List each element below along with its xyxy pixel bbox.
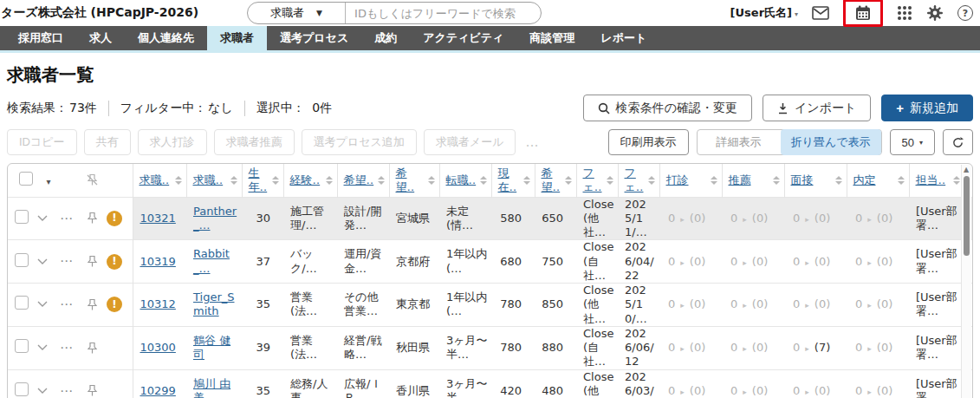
add-new-button[interactable]: + 新規追加 xyxy=(881,95,973,121)
unpin-icon[interactable] xyxy=(86,173,107,186)
col-header-change-timing[interactable]: 転職‥ xyxy=(439,164,491,197)
page-size-dropdown[interactable]: 50 ▾ xyxy=(890,129,935,155)
candidate-recommend-button[interactable]: 求職者推薦 xyxy=(214,129,295,155)
cell-age: 35 xyxy=(242,284,283,327)
col-header-desired-income[interactable]: 希望‥ xyxy=(535,164,576,197)
row-checkbox[interactable] xyxy=(15,296,29,310)
row-more-icon[interactable]: ⋯ xyxy=(60,211,74,226)
expand-chevron-icon[interactable] xyxy=(37,258,60,265)
nav-tab-report[interactable]: レポート xyxy=(587,26,659,50)
candidate-name-link[interactable]: Tiger_Smith xyxy=(193,290,235,317)
row-more-icon[interactable]: ⋯ xyxy=(60,340,74,356)
cell-naitei-count: 0▸(0) xyxy=(847,284,909,327)
cell-prefecture: 東京都 xyxy=(389,284,439,327)
nav-tab-seiyaku[interactable]: 成約 xyxy=(361,26,410,50)
col-header-phase[interactable]: フェ‥ xyxy=(576,164,618,197)
expand-chevron-icon[interactable] xyxy=(37,344,60,351)
scrollbar-thumb[interactable] xyxy=(964,176,970,256)
row-checkbox[interactable] xyxy=(15,382,29,396)
id-copy-button[interactable]: IDコピー xyxy=(7,129,77,155)
row-checkbox[interactable] xyxy=(15,339,29,353)
candidate-name-link[interactable]: 鶴谷 健司 xyxy=(193,334,230,361)
more-actions-icon[interactable]: … xyxy=(522,134,542,150)
help-icon[interactable]: ? xyxy=(957,5,973,21)
page-title: 求職者一覧 xyxy=(7,63,973,87)
pin-icon[interactable] xyxy=(86,384,107,397)
add-selection-process-button[interactable]: 選考プロセス追加 xyxy=(302,129,417,155)
nav-tab-kyushokusha[interactable]: 求職者 xyxy=(207,26,267,50)
pin-icon[interactable] xyxy=(86,212,107,225)
col-header-wish1[interactable]: 希望‥ xyxy=(337,164,389,197)
apps-grid-icon[interactable] xyxy=(897,5,912,21)
search-condition-button[interactable]: 検索条件の確認・変更 xyxy=(583,95,752,121)
candidate-name-link[interactable]: Panther_… xyxy=(193,205,237,232)
col-header-current-income[interactable]: 現在‥ xyxy=(491,164,535,197)
nav-tab-senko-process[interactable]: 選考プロセス xyxy=(267,26,361,50)
print-view-button[interactable]: 印刷用表示 xyxy=(608,129,689,155)
nav-tab-activity[interactable]: アクティビティ xyxy=(410,26,516,50)
search-scope-dropdown[interactable]: 求職者 ▼ xyxy=(248,5,345,21)
col-header-candidate-name[interactable]: 求職‥ xyxy=(186,164,242,197)
candidate-id-link[interactable]: 10300 xyxy=(140,341,176,354)
cell-suisen-count: 0▸(0) xyxy=(722,197,784,240)
vertical-scrollbar[interactable]: ▲ ▼ xyxy=(961,165,971,398)
row-checkbox[interactable] xyxy=(15,253,29,267)
candidate-name-link[interactable]: 鳩川 由美 xyxy=(193,377,230,398)
nav-tab-kojin-renrakusaki[interactable]: 個人連絡先 xyxy=(125,26,207,50)
row-more-icon[interactable]: ⋯ xyxy=(60,297,74,312)
row-more-icon[interactable]: ⋯ xyxy=(60,383,74,398)
cell-wish1: 運用/資金… xyxy=(337,240,389,284)
warning-icon: ! xyxy=(107,297,122,312)
import-button[interactable]: インポート xyxy=(763,95,871,121)
cell-desired-income: 850 xyxy=(535,284,576,327)
share-button[interactable]: 共有 xyxy=(84,129,131,155)
refresh-button[interactable] xyxy=(943,129,973,155)
nav-tab-saiyo-madoguchi[interactable]: 採用窓口 xyxy=(5,26,76,50)
pin-icon[interactable] xyxy=(86,342,107,355)
candidate-id-link[interactable]: 10321 xyxy=(140,212,176,225)
col-header-phase-date[interactable]: フェ‥ xyxy=(618,164,659,197)
cell-age: 35 xyxy=(242,369,283,398)
col-header-wish2[interactable]: 希望‥ xyxy=(389,164,439,197)
cell-desired-income: 880 xyxy=(535,326,576,369)
cell-age: 37 xyxy=(242,240,283,284)
expand-chevron-icon[interactable] xyxy=(37,215,60,222)
sort-icon xyxy=(175,176,182,185)
select-menu-caret-icon[interactable]: ▾ xyxy=(46,177,50,186)
col-header-birth[interactable]: 生年‥ xyxy=(242,164,283,197)
user-menu[interactable]: [User氏名]▾ xyxy=(730,5,798,21)
col-header-candidate-id[interactable]: 求職‥ xyxy=(133,164,186,197)
col-header-experience[interactable]: 経験‥ xyxy=(283,164,337,197)
pin-icon[interactable] xyxy=(86,255,107,268)
search-input[interactable] xyxy=(346,7,541,20)
candidate-mail-button[interactable]: 求職者メール xyxy=(424,129,516,155)
expand-chevron-icon[interactable] xyxy=(37,388,60,395)
detail-view-option[interactable]: 詳細表示 xyxy=(698,134,781,150)
col-header-dashin[interactable]: 打診 xyxy=(659,164,722,197)
row-checkbox[interactable] xyxy=(15,210,29,224)
collapsed-view-option[interactable]: 折り畳んで表示 xyxy=(781,129,881,155)
col-header-mensetsu[interactable]: 面接 xyxy=(784,164,847,197)
table-row: ⋯ ! 10321 Panther_… 30 施工管理/… 設計/開発… 宮城県… xyxy=(8,197,972,240)
cell-phase-date: 2025/10/… xyxy=(618,284,659,327)
expand-chevron-icon[interactable] xyxy=(37,301,60,308)
mail-icon[interactable] xyxy=(812,6,829,20)
nav-tab-shodan-kanri[interactable]: 商談管理 xyxy=(516,26,587,50)
job-dashin-button[interactable]: 求人打診 xyxy=(138,129,207,155)
scroll-up-icon[interactable]: ▲ xyxy=(964,166,969,173)
pin-icon[interactable] xyxy=(86,298,107,311)
candidate-id-link[interactable]: 10319 xyxy=(140,255,176,268)
select-all-checkbox[interactable] xyxy=(19,172,33,186)
col-header-naitei[interactable]: 内定 xyxy=(847,164,909,197)
calendar-icon[interactable] xyxy=(854,4,872,22)
company-name: ターズ株式会社 (HPCapJP-2026) xyxy=(1,5,198,21)
gear-icon[interactable] xyxy=(926,4,944,22)
sort-icon xyxy=(648,176,655,185)
candidate-name-link[interactable]: Rabbit_… xyxy=(193,247,230,274)
candidate-id-link[interactable]: 10299 xyxy=(140,384,176,397)
cell-experience: 総務/人事… xyxy=(283,369,337,398)
col-header-suisen[interactable]: 推薦 xyxy=(722,164,784,197)
candidate-id-link[interactable]: 10312 xyxy=(140,297,176,310)
row-more-icon[interactable]: ⋯ xyxy=(60,253,74,269)
nav-tab-kyujin[interactable]: 求人 xyxy=(76,26,125,50)
